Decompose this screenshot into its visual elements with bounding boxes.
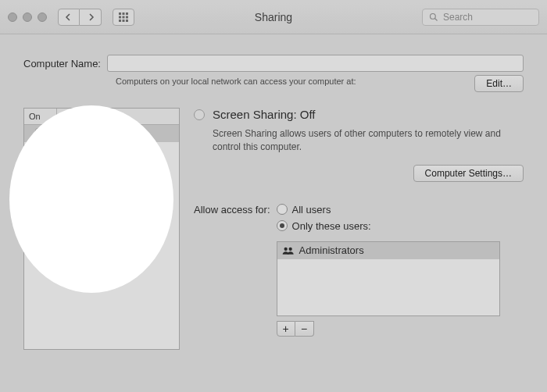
edit-button[interactable]: Edit…: [474, 75, 524, 92]
service-row[interactable]: Bluetooth Sharing: [24, 245, 179, 262]
service-name: Screen Sharing: [57, 128, 179, 140]
service-name: Remote Management: [57, 197, 179, 208]
radio-icon: [277, 204, 288, 215]
allow-option-all-users[interactable]: All users: [277, 204, 500, 216]
zoom-window-button[interactable]: [38, 12, 47, 22]
service-row[interactable]: Internet Sharing: [24, 228, 179, 245]
show-all-button[interactable]: [113, 9, 134, 26]
grid-icon: [119, 12, 128, 22]
service-status-title: Screen Sharing: Off: [213, 108, 315, 121]
svg-point-12: [288, 247, 291, 250]
service-row[interactable]: Remote Apple Events: [24, 211, 179, 228]
search-icon: [429, 12, 438, 22]
remove-user-button[interactable]: −: [295, 321, 314, 337]
user-row[interactable]: Administrators: [277, 242, 499, 259]
svg-line-10: [435, 18, 438, 20]
service-row[interactable]: Remote Management: [24, 194, 179, 211]
svg-rect-4: [123, 16, 125, 18]
service-checkbox[interactable]: [24, 248, 57, 259]
svg-rect-6: [119, 20, 121, 22]
forward-button[interactable]: [80, 9, 102, 26]
allow-option-only-these-users[interactable]: Only these users:: [277, 220, 500, 232]
computer-name-field[interactable]: [107, 55, 524, 72]
service-description: Screen Sharing allows users of other com…: [213, 127, 524, 154]
service-name: File Sharing: [57, 145, 179, 157]
service-row[interactable]: Screen Sharing: [24, 125, 179, 142]
service-checkbox[interactable]: [24, 128, 57, 139]
svg-point-11: [284, 247, 287, 250]
minimize-window-button[interactable]: [23, 12, 32, 22]
svg-point-9: [431, 13, 436, 19]
column-service[interactable]: Service: [57, 109, 179, 124]
allow-access-label: Allow access for:: [194, 204, 270, 216]
svg-rect-3: [119, 16, 121, 18]
service-detail: Screen Sharing: Off Screen Sharing allow…: [194, 108, 524, 350]
services-list-header: On Service: [24, 109, 179, 125]
nav-buttons: [58, 9, 102, 26]
content-pane: Computer Name: Computers on your local n…: [0, 34, 547, 392]
radio-icon: [277, 220, 288, 231]
service-row[interactable]: File Sharing: [24, 142, 179, 159]
svg-rect-7: [123, 20, 125, 22]
service-row[interactable]: Printer Sharing: [24, 159, 179, 176]
window-toolbar: Sharing Search: [0, 0, 547, 34]
computer-name-label: Computer Name:: [23, 58, 101, 69]
service-name: Internet Sharing: [57, 231, 179, 243]
search-placeholder: Search: [443, 12, 473, 23]
search-field[interactable]: Search: [422, 9, 539, 26]
users-list[interactable]: Administrators: [277, 241, 500, 316]
services-list: On Service Screen SharingFile SharingPri…: [23, 108, 180, 350]
service-checkbox[interactable]: [24, 231, 57, 242]
svg-rect-1: [123, 12, 125, 15]
computer-settings-button[interactable]: Computer Settings…: [413, 165, 524, 182]
close-window-button[interactable]: [8, 12, 17, 22]
user-label: Administrators: [299, 244, 364, 256]
people-icon: [282, 246, 295, 255]
service-row[interactable]: Remote Login: [24, 176, 179, 194]
add-user-button[interactable]: +: [277, 321, 295, 337]
service-name: Remote Apple Events: [57, 214, 179, 226]
service-name: Remote Login: [57, 180, 179, 191]
back-button[interactable]: [58, 9, 80, 26]
user-add-remove: + −: [277, 321, 500, 337]
service-name: Bluetooth Sharing: [57, 248, 179, 260]
traffic-lights: [8, 12, 47, 22]
service-checkbox[interactable]: [24, 214, 57, 225]
svg-rect-5: [126, 16, 128, 18]
status-indicator-icon: [194, 109, 205, 120]
service-checkbox[interactable]: [24, 180, 57, 191]
svg-rect-2: [126, 12, 128, 15]
svg-rect-8: [126, 20, 128, 22]
service-checkbox[interactable]: [24, 162, 57, 173]
computer-name-subnote: Computers on your local network can acce…: [116, 77, 465, 86]
svg-rect-0: [119, 12, 121, 15]
service-checkbox[interactable]: [24, 197, 57, 208]
service-name: Printer Sharing: [57, 162, 179, 174]
computer-name-row: Computer Name:: [23, 55, 524, 72]
column-on[interactable]: On: [24, 109, 57, 124]
service-checkbox[interactable]: [24, 145, 57, 156]
